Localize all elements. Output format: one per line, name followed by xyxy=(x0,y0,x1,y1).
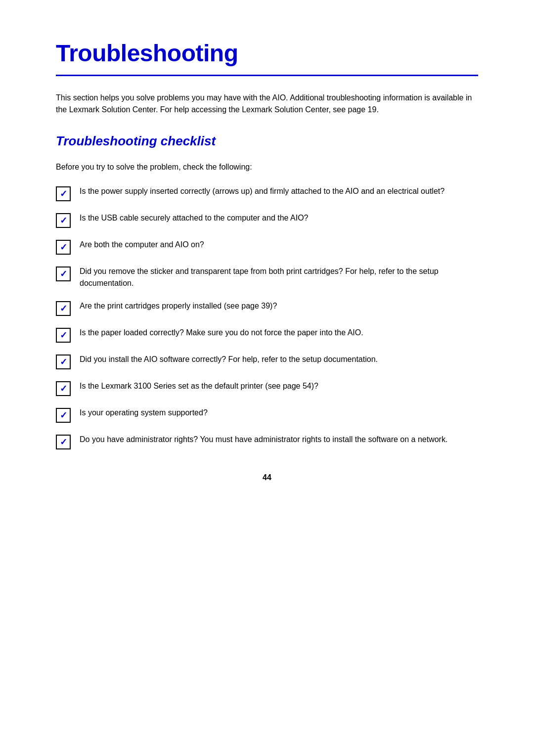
list-item: Is the power supply inserted correctly (… xyxy=(56,185,478,201)
checkbox-icon xyxy=(56,267,71,281)
checkbox-icon xyxy=(56,435,71,449)
list-item: Are both the computer and AIO on? xyxy=(56,239,478,255)
page-number: 44 xyxy=(56,473,478,482)
checklist-item-text: Did you install the AIO software correct… xyxy=(80,354,478,365)
checkbox-icon xyxy=(56,186,71,201)
checklist-item-text: Are both the computer and AIO on? xyxy=(80,239,478,251)
checkbox-icon xyxy=(56,408,71,423)
list-item: Is the Lexmark 3100 Series set as the de… xyxy=(56,380,478,396)
list-item: Do you have administrator rights? You mu… xyxy=(56,434,478,449)
checklist-item-text: Is the USB cable securely attached to th… xyxy=(80,212,478,224)
list-item: Is the USB cable securely attached to th… xyxy=(56,212,478,228)
intro-paragraph: This section helps you solve problems yo… xyxy=(56,92,478,116)
list-item: Is your operating system supported? xyxy=(56,407,478,423)
list-item: Did you remove the sticker and transpare… xyxy=(56,266,478,289)
checklist-item-text: Is your operating system supported? xyxy=(80,407,478,419)
list-item: Did you install the AIO software correct… xyxy=(56,354,478,369)
page-title: Troubleshooting xyxy=(56,40,478,67)
before-text: Before you try to solve the problem, che… xyxy=(56,163,478,172)
list-item: Is the paper loaded correctly? Make sure… xyxy=(56,327,478,343)
section-title: Troubleshooting checklist xyxy=(56,133,478,149)
checklist-item-text: Is the paper loaded correctly? Make sure… xyxy=(80,327,478,339)
checklist: Is the power supply inserted correctly (… xyxy=(56,185,478,449)
checklist-item-text: Do you have administrator rights? You mu… xyxy=(80,434,478,445)
checklist-item-text: Is the power supply inserted correctly (… xyxy=(80,185,478,197)
checklist-item-text: Are the print cartridges properly instal… xyxy=(80,300,478,312)
title-divider xyxy=(56,75,478,76)
checkbox-icon xyxy=(56,301,71,316)
checklist-item-text: Did you remove the sticker and transpare… xyxy=(80,266,478,289)
checkbox-icon xyxy=(56,240,71,255)
checkbox-icon xyxy=(56,328,71,343)
list-item: Are the print cartridges properly instal… xyxy=(56,300,478,316)
checkbox-icon xyxy=(56,213,71,228)
checklist-item-text: Is the Lexmark 3100 Series set as the de… xyxy=(80,380,478,392)
checkbox-icon xyxy=(56,381,71,396)
checkbox-icon xyxy=(56,355,71,369)
